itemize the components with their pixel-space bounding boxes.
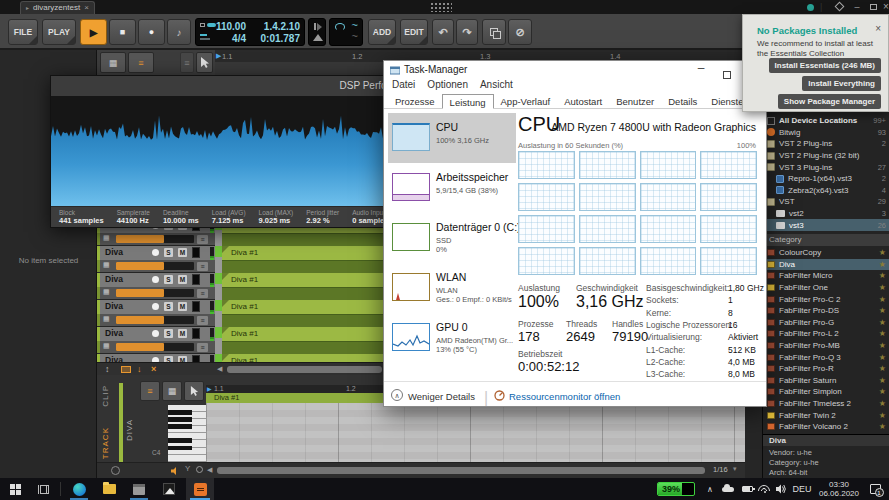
show-package-manager-button[interactable]: Show Package Manager (778, 94, 881, 109)
fullscreen-icon[interactable] (832, 1, 846, 13)
favorite-star-icon[interactable]: ★ (879, 306, 886, 315)
tm-sidebar-disk[interactable]: Datenträger 0 (C:)SSD0% (388, 213, 516, 263)
track-menu-icon[interactable]: ≡ (197, 235, 208, 244)
punch-in-icon[interactable] (314, 23, 316, 30)
browser-location-item[interactable]: vst23 (763, 208, 889, 220)
black-key[interactable] (168, 446, 192, 451)
black-key[interactable] (168, 417, 192, 422)
redo-button[interactable]: ↷ (456, 19, 478, 45)
minimize-button[interactable]: – (850, 1, 864, 13)
volume-slider[interactable] (116, 235, 194, 243)
playhead-icon[interactable]: ▶ (216, 52, 221, 60)
clip-launcher-icon[interactable] (121, 366, 131, 373)
browser-location-item[interactable]: VST 3 Plug-ins27 (763, 161, 889, 173)
add-button[interactable]: ADD (368, 19, 396, 45)
install-essentials-button[interactable]: Install Essentials (246 MB) (769, 58, 881, 73)
piano-keys[interactable] (168, 405, 206, 462)
tm-menu-item[interactable]: Datei (392, 79, 415, 93)
track-fader[interactable] (192, 301, 200, 312)
track-menu-icon[interactable]: ≡ (197, 262, 208, 271)
stop-button[interactable]: ■ (109, 19, 136, 45)
loop-icon[interactable] (335, 23, 345, 31)
favorite-star-icon[interactable]: ★ (879, 364, 886, 373)
tm-sidebar-gpu[interactable]: GPU 0AMD Radeon(TM) Gr...13% (55 °C) (388, 313, 516, 363)
edit-button[interactable]: EDIT (400, 19, 428, 45)
taskbar-app-task-manager[interactable] (126, 478, 152, 500)
cursor-tool-button[interactable] (196, 52, 213, 73)
track-menu-icon[interactable]: ≡ (197, 316, 208, 325)
editor-hscrollbar[interactable] (217, 467, 705, 474)
volume-slider[interactable] (116, 343, 194, 351)
arranger-hscrollbar[interactable] (227, 366, 382, 373)
tm-sidebar-memory[interactable]: Arbeitsspeicher5,9/15,4 GB (38%) (388, 163, 516, 213)
tm-menu-item[interactable]: Optionen (427, 79, 468, 93)
metronome-icon[interactable] (313, 34, 323, 41)
favorite-star-icon[interactable]: ★ (879, 422, 886, 431)
tab-track[interactable]: TRACK (101, 427, 110, 459)
browser-location-item[interactable]: VST29 (763, 196, 889, 208)
mute-button[interactable]: M (178, 302, 187, 311)
start-button[interactable] (2, 478, 28, 500)
maximize-button[interactable] (866, 1, 880, 13)
tm-maximize-button[interactable] (714, 65, 740, 83)
browser-location-item[interactable]: VST 2 Plug-ins (32 bit) (763, 150, 889, 162)
browser-category-item[interactable]: FabFilter Twin 2★ (763, 409, 889, 421)
volume-icon[interactable] (773, 478, 789, 500)
notification-close-icon[interactable]: × (875, 23, 881, 34)
browser-category-item[interactable]: FabFilter One★ (763, 282, 889, 294)
mute-button[interactable]: M (178, 275, 187, 284)
clock[interactable]: 03:30 06.06.2020 (816, 478, 862, 500)
browser-category-item[interactable]: FabFilter Timeless 2★ (763, 398, 889, 410)
tab-close-icon[interactable]: × (84, 2, 89, 14)
tm-tab-prozesse[interactable]: Prozesse (388, 94, 442, 109)
tm-menu-item[interactable]: Ansicht (480, 79, 513, 93)
less-details-button[interactable]: Weniger Details (408, 391, 475, 402)
browser-category-item[interactable]: FabFilter Pro-DS★ (763, 305, 889, 317)
black-key[interactable] (168, 424, 192, 429)
close-button[interactable]: × (880, 1, 889, 13)
track-header[interactable]: DivaSM (97, 354, 215, 362)
favorite-star-icon[interactable]: ★ (879, 271, 886, 280)
piano-roll-grid[interactable] (206, 403, 745, 463)
play-menu-button[interactable]: PLAY (42, 19, 76, 45)
play-button[interactable]: ▶ (80, 19, 107, 45)
favorite-star-icon[interactable]: ★ (879, 341, 886, 350)
metronome-button[interactable]: ♪ (167, 19, 191, 45)
mute-button[interactable]: M (178, 329, 187, 338)
browser-category-item[interactable]: FabFilter Volcano 2★ (763, 421, 889, 433)
tm-tab-benutzer[interactable]: Benutzer (609, 94, 661, 109)
browser-location-item[interactable]: vst326 (763, 219, 889, 231)
track-fader[interactable] (192, 355, 200, 362)
track-menu-icon[interactable]: ≡ (197, 289, 208, 298)
tab-clip[interactable]: CLIP (101, 385, 110, 407)
onedrive-cloud-icon[interactable] (720, 478, 736, 500)
action-center-icon[interactable]: 1 (864, 478, 886, 500)
favorite-star-icon[interactable]: ★ (879, 399, 886, 408)
key-icon[interactable] (196, 466, 203, 473)
track-menu-icon[interactable]: ≡ (197, 343, 208, 352)
record-arm-button[interactable] (152, 276, 159, 283)
browser-location-item[interactable]: Zebra2(x64).vst34 (763, 185, 889, 197)
favorite-star-icon[interactable]: ★ (879, 387, 886, 396)
undo-button[interactable]: ↶ (432, 19, 454, 45)
automation-button[interactable]: ≡ (180, 52, 194, 73)
globe-icon[interactable] (111, 466, 120, 475)
browser-category-item[interactable]: Diva★ (763, 259, 889, 271)
follow-icon[interactable]: ↓ (137, 364, 142, 374)
favorite-star-icon[interactable]: ★ (879, 353, 886, 362)
resource-monitor-link[interactable]: Ressourcenmonitor öffnen (509, 391, 620, 402)
favorite-star-icon[interactable]: ★ (879, 411, 886, 420)
browser-category-item[interactable]: FabFilter Pro-L 2★ (763, 328, 889, 340)
editor-cursor-button[interactable] (184, 381, 204, 401)
favorite-star-icon[interactable]: ★ (879, 248, 886, 257)
black-key[interactable] (168, 410, 192, 415)
tm-sidebar-cpu[interactable]: CPU100% 3,16 GHz (388, 113, 516, 163)
install-everything-button[interactable]: Install Everything (802, 76, 881, 91)
deactivate-button[interactable]: ⊘ (508, 19, 532, 45)
tm-minimize-button[interactable]: – (688, 61, 714, 78)
favorite-star-icon[interactable]: ★ (879, 376, 886, 385)
browser-location-item[interactable]: All Device Locations99+ (763, 115, 889, 127)
grid-resolution-dropdown-icon[interactable]: ▾ (733, 465, 737, 473)
tm-tab-details[interactable]: Details (661, 94, 704, 109)
battery-icon[interactable] (739, 478, 755, 500)
